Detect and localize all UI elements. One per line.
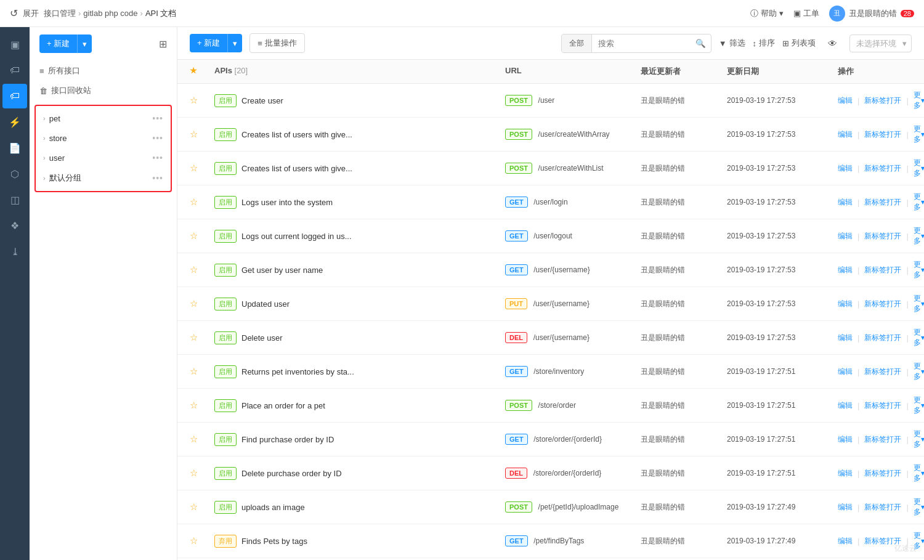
tree-dots-user[interactable]: ••• (152, 153, 163, 163)
main-new-dropdown[interactable]: ▾ (227, 34, 242, 52)
left-new-dropdown[interactable]: ▾ (77, 34, 92, 53)
open-link-11[interactable]: 新标签打开 (864, 468, 901, 479)
star-icon-9[interactable]: ☆ (190, 400, 198, 410)
search-submit-button[interactable]: 🔍 (691, 35, 711, 52)
user-menu[interactable]: 丑 丑是眼睛的错 28 (829, 6, 914, 22)
batch-button[interactable]: ≡ 批量操作 (249, 33, 305, 53)
status-badge-2[interactable]: 启用 (214, 162, 237, 175)
more-link-10[interactable]: 更多▾ (914, 429, 924, 450)
tree-item-user[interactable]: › user ••• (36, 148, 171, 168)
status-badge-12[interactable]: 启用 (214, 501, 237, 514)
status-badge-11[interactable]: 启用 (214, 467, 237, 480)
status-badge-1[interactable]: 启用 (214, 128, 237, 141)
edit-link-4[interactable]: 编辑 (838, 231, 853, 241)
star-icon-13[interactable]: ☆ (190, 535, 198, 546)
edit-link-5[interactable]: 编辑 (838, 265, 853, 275)
edit-link-12[interactable]: 编辑 (838, 502, 853, 513)
search-input[interactable] (592, 35, 691, 52)
edit-link-0[interactable]: 编辑 (838, 95, 853, 106)
status-badge-7[interactable]: 启用 (214, 331, 237, 344)
status-badge-8[interactable]: 启用 (214, 365, 237, 378)
tree-item-default[interactable]: › 默认分组 ••• (36, 168, 171, 189)
breadcrumb-item-2[interactable]: gitlab php code (83, 9, 137, 18)
row-star-13[interactable]: ☆ (190, 535, 214, 546)
tree-item-pet[interactable]: › pet ••• (36, 108, 171, 128)
edit-link-6[interactable]: 编辑 (838, 299, 853, 309)
star-icon-7[interactable]: ☆ (190, 332, 198, 343)
sidebar-icon-cube[interactable]: ⬡ (2, 161, 27, 186)
star-icon-6[interactable]: ☆ (190, 298, 198, 309)
tree-item-store[interactable]: › store ••• (36, 128, 171, 148)
star-icon-3[interactable]: ☆ (190, 197, 198, 207)
star-icon-1[interactable]: ☆ (190, 129, 198, 139)
row-star-11[interactable]: ☆ (190, 468, 214, 479)
open-link-2[interactable]: 新标签打开 (864, 163, 901, 174)
more-link-4[interactable]: 更多▾ (914, 225, 924, 246)
status-badge-5[interactable]: 启用 (214, 264, 237, 277)
row-star-12[interactable]: ☆ (190, 501, 214, 513)
edit-link-3[interactable]: 编辑 (838, 197, 853, 208)
env-select[interactable]: 未选择环境 (849, 34, 912, 52)
more-link-5[interactable]: 更多▾ (914, 259, 924, 280)
star-icon-0[interactable]: ☆ (190, 95, 198, 105)
status-badge-0[interactable]: 启用 (214, 94, 237, 107)
row-star-9[interactable]: ☆ (190, 400, 214, 411)
sidebar-icon-bookmark[interactable]: 🏷 (2, 58, 27, 83)
star-icon-4[interactable]: ☆ (190, 230, 198, 241)
star-icon-5[interactable]: ☆ (190, 264, 198, 275)
sort-button[interactable]: ↕ 排序 (753, 38, 776, 49)
open-link-4[interactable]: 新标签打开 (864, 231, 901, 241)
search-all-filter[interactable]: 全部 (562, 34, 592, 52)
more-link-9[interactable]: 更多▾ (914, 395, 924, 416)
more-link-6[interactable]: 更多▾ (914, 293, 924, 314)
sidebar-icon-download[interactable]: ⤓ (2, 239, 27, 264)
filter-button[interactable]: ▼ 筛选 (719, 38, 745, 49)
row-star-4[interactable]: ☆ (190, 230, 214, 241)
status-badge-3[interactable]: 启用 (214, 196, 237, 209)
columns-button[interactable]: ⊞ 列表项 (782, 38, 816, 49)
open-link-12[interactable]: 新标签打开 (864, 502, 901, 513)
sidebar-icon-monitor[interactable]: ▣ (2, 32, 27, 57)
row-star-5[interactable]: ☆ (190, 264, 214, 275)
more-link-13[interactable]: 更多▾ (914, 530, 924, 551)
edit-link-7[interactable]: 编辑 (838, 333, 853, 343)
more-link-3[interactable]: 更多▾ (914, 192, 924, 213)
more-link-0[interactable]: 更多▾ (914, 90, 924, 111)
star-icon-12[interactable]: ☆ (190, 501, 198, 512)
tree-dots-store[interactable]: ••• (152, 133, 163, 143)
edit-link-10[interactable]: 编辑 (838, 434, 853, 445)
row-star-10[interactable]: ☆ (190, 434, 214, 445)
grid-icon[interactable]: ⊞ (159, 38, 167, 50)
star-icon-8[interactable]: ☆ (190, 366, 198, 376)
star-icon-2[interactable]: ☆ (190, 163, 198, 173)
open-link-3[interactable]: 新标签打开 (864, 197, 901, 208)
more-link-2[interactable]: 更多▾ (914, 158, 924, 179)
edit-link-8[interactable]: 编辑 (838, 367, 853, 377)
more-link-1[interactable]: 更多▾ (914, 124, 924, 145)
row-star-0[interactable]: ☆ (190, 95, 214, 106)
sidebar-icon-tag[interactable]: 🏷 (2, 84, 27, 108)
open-link-7[interactable]: 新标签打开 (864, 333, 901, 343)
row-star-7[interactable]: ☆ (190, 332, 214, 343)
open-link-13[interactable]: 新标签打开 (864, 536, 901, 546)
open-link-0[interactable]: 新标签打开 (864, 95, 901, 106)
left-new-button[interactable]: + 新建 (39, 34, 77, 53)
star-icon-10[interactable]: ☆ (190, 434, 198, 444)
more-link-7[interactable]: 更多▾ (914, 327, 924, 348)
row-star-8[interactable]: ☆ (190, 366, 214, 377)
status-badge-4[interactable]: 启用 (214, 230, 237, 243)
status-badge-9[interactable]: 启用 (214, 399, 237, 412)
help-button[interactable]: ⓘ 帮助 ▾ (750, 8, 784, 19)
tree-dots-pet[interactable]: ••• (152, 113, 163, 123)
tool-button[interactable]: ▣ 工单 (793, 8, 819, 19)
recycle-bin-item[interactable]: 🗑 接口回收站 (30, 81, 177, 100)
sidebar-icon-document[interactable]: 📄 (2, 136, 27, 160)
open-link-5[interactable]: 新标签打开 (864, 265, 901, 275)
row-star-6[interactable]: ☆ (190, 298, 214, 309)
sidebar-icon-org[interactable]: ❖ (2, 213, 27, 238)
breadcrumb-item-1[interactable]: 接口管理 (44, 8, 76, 19)
edit-link-2[interactable]: 编辑 (838, 163, 853, 174)
open-link-1[interactable]: 新标签打开 (864, 129, 901, 140)
row-star-1[interactable]: ☆ (190, 129, 214, 140)
edit-link-13[interactable]: 编辑 (838, 536, 853, 546)
